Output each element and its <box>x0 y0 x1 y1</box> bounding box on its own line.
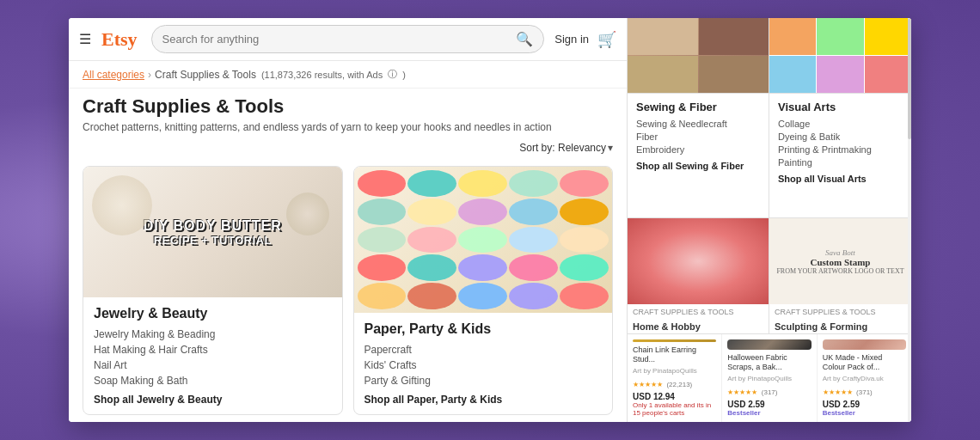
cart-icon[interactable]: 🛒 <box>597 30 616 49</box>
link-party-gifting[interactable]: Party & Gifting <box>364 375 603 387</box>
halloween-fabric-reviews: (317) <box>762 388 778 396</box>
ribbon-image <box>823 339 906 349</box>
shop-all-paper[interactable]: Shop all Paper, Party & Kids <box>364 394 603 406</box>
sticker-9 <box>509 199 558 225</box>
sewing-fiber-links: Sewing & Needlecraft Fiber Embroidery Sh… <box>636 119 760 171</box>
mixed-colour-stars: ★★★★★ <box>823 388 853 396</box>
shop-all-sewing[interactable]: Shop all Sewing & Fiber <box>636 161 760 171</box>
etsy-logo[interactable]: Etsy <box>101 28 138 51</box>
sculpting-label: CRAFT SUPPLIES & TOOLS <box>769 304 911 320</box>
stamp-title: Custom Stamp <box>776 257 903 267</box>
paper-party-title: Paper, Party & Kids <box>364 321 603 337</box>
home-hobby-card[interactable]: CRAFT SUPPLIES & TOOLS Home & Hobby <box>628 218 769 333</box>
sort-dropdown[interactable]: Sort by: Relevancy <box>519 142 606 154</box>
sticker-12 <box>407 227 456 254</box>
sticker-13 <box>458 227 507 254</box>
left-panel: ☰ Etsy 🔍 Sign in 🛒 All categories › Craf… <box>69 18 628 422</box>
sewing-fiber-title: Sewing & Fiber <box>636 101 760 113</box>
chain-earring-star-icons: ★★★★★ <box>633 381 663 388</box>
sort-arrow-icon: ▾ <box>608 142 613 154</box>
diy-circle-1 <box>92 175 152 235</box>
link-fiber[interactable]: Fiber <box>636 131 760 142</box>
sticker-18 <box>458 254 507 281</box>
link-jewelry-making[interactable]: Jewelry Making & Beading <box>94 328 332 340</box>
link-sewing-needlecraft[interactable]: Sewing & Needlecraft <box>636 119 760 129</box>
chain-earring-name: Chain Link Earring Stud... <box>633 345 716 365</box>
sticker-21 <box>358 283 407 309</box>
menu-icon[interactable]: ☰ <box>79 31 91 47</box>
link-soap-making[interactable]: Soap Making & Bath <box>94 375 332 387</box>
link-embroidery[interactable]: Embroidery <box>636 144 760 155</box>
results-count: (11,873,326 results, with Ads <box>261 70 383 80</box>
flower-img-bg <box>628 218 769 304</box>
sign-in-button[interactable]: Sign in <box>554 33 589 46</box>
sticker-7 <box>407 199 456 225</box>
paper-img-3 <box>865 18 911 55</box>
halloween-fabric-price: USD 2.59 <box>727 400 811 409</box>
sticker-6 <box>358 199 407 225</box>
stamp-image: Sava Bott Custom Stamp FROM YOUR ARTWORK… <box>769 218 911 304</box>
sticker-24 <box>509 283 558 309</box>
sticker-1 <box>358 170 407 197</box>
sticker-20 <box>560 254 609 281</box>
scrollbar-thumb <box>908 18 911 139</box>
header-right: Sign in 🛒 <box>554 30 616 49</box>
mixed-colour-stars-row: ★★★★★ (371) <box>823 382 906 398</box>
product-mixed-colour-pack[interactable]: UK Made - Mixed Colour Pack of... Art by… <box>818 334 911 422</box>
link-dyeing-batik[interactable]: Dyeing & Batik <box>778 131 903 142</box>
link-kids-crafts[interactable]: Kids' Crafts <box>364 359 603 371</box>
chain-earring-reviews: (22,213) <box>666 381 692 388</box>
sticker-10 <box>560 199 609 225</box>
link-nail-art[interactable]: Nail Art <box>94 359 332 371</box>
sticker-3 <box>458 170 507 197</box>
paper-img-1 <box>769 18 816 55</box>
flower-image <box>628 218 769 304</box>
sticker-11 <box>358 227 407 254</box>
mixed-colour-artist: Art by CraftyDiva.uk <box>823 375 906 382</box>
category-cards-container: DIY BODY BUTTER RECIPE + TUTORIAL Jewelr… <box>69 159 627 422</box>
chain-earring-artist: Art by PinatapoQuills <box>633 367 716 375</box>
stamp-subtitle: FROM YOUR ARTWORK LOGO OR TEXT <box>776 267 903 275</box>
shop-all-visual-arts[interactable]: Shop all Visual Arts <box>778 174 903 184</box>
link-collage[interactable]: Collage <box>778 119 903 129</box>
mixed-colour-name: UK Made - Mixed Colour Pack of... <box>823 353 906 373</box>
sticker-16 <box>358 254 407 281</box>
link-hat-making[interactable]: Hat Making & Hair Crafts <box>94 344 332 356</box>
mixed-colour-price: USD 2.59 <box>823 400 906 409</box>
mid-category-cards: CRAFT SUPPLIES & TOOLS Home & Hobby Sava… <box>628 218 911 334</box>
breadcrumb-info-icon[interactable]: ⓘ <box>388 68 397 81</box>
search-icon[interactable]: 🔍 <box>516 31 533 47</box>
breadcrumb-current-page: Craft Supplies & Tools <box>155 69 256 81</box>
jewelry-beauty-image: DIY BODY BUTTER RECIPE + TUTORIAL <box>83 167 342 297</box>
link-printing-printmaking[interactable]: Printing & Printmaking <box>778 144 903 155</box>
link-papercraft[interactable]: Papercraft <box>364 344 603 356</box>
main-window: ☰ Etsy 🔍 Sign in 🛒 All categories › Craf… <box>69 18 911 422</box>
jewelry-beauty-links: Jewelry Making & Beading Hat Making & Ha… <box>94 328 332 406</box>
breadcrumb-all-categories[interactable]: All categories <box>83 69 144 81</box>
sort-bar: Sort by: Relevancy ▾ <box>69 137 627 159</box>
sticker-14 <box>509 227 558 254</box>
sticker-17 <box>407 254 456 281</box>
breadcrumb-close-paren: ) <box>402 70 406 80</box>
sewing-img-2 <box>699 18 769 55</box>
paper-party-links: Papercraft Kids' Crafts Party & Gifting … <box>364 344 603 406</box>
search-bar: 🔍 <box>151 25 545 53</box>
sticker-5 <box>560 170 609 197</box>
paper-party-image <box>354 167 613 313</box>
product-listings: Chain Link Earring Stud... Art by Pinata… <box>628 334 911 422</box>
halloween-fabric-name: Halloween Fabric Scraps, a Bak... <box>727 353 811 373</box>
right-scrollbar[interactable] <box>908 18 911 422</box>
sticker-2 <box>407 170 456 197</box>
mixed-colour-badge: Bestseller <box>823 409 906 417</box>
halloween-fabric-stars-row: ★★★★★ (317) <box>727 382 811 398</box>
product-halloween-fabric[interactable]: Halloween Fabric Scraps, a Bak... Art by… <box>722 334 817 422</box>
search-input[interactable] <box>162 33 517 46</box>
sewing-fiber-category: Sewing & Fiber Sewing & Needlecraft Fibe… <box>628 94 769 218</box>
sculpting-category: Sculpting & Forming <box>769 320 911 333</box>
link-painting[interactable]: Painting <box>778 157 903 168</box>
shop-all-jewelry[interactable]: Shop all Jewelry & Beauty <box>94 394 332 406</box>
sculpting-forming-card[interactable]: Sava Bott Custom Stamp FROM YOUR ARTWORK… <box>769 218 911 333</box>
sewing-fiber-image <box>628 18 769 93</box>
product-chain-earring[interactable]: Chain Link Earring Stud... Art by Pinata… <box>628 334 722 422</box>
visual-arts-links: Collage Dyeing & Batik Printing & Printm… <box>778 119 903 184</box>
